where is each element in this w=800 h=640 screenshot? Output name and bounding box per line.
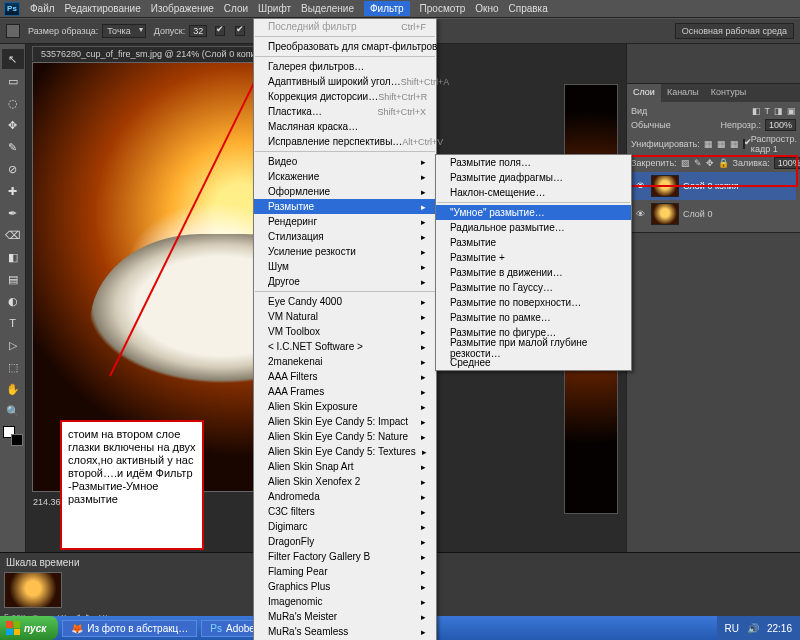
menu-item[interactable]: MuRa's Meister [254, 609, 436, 624]
layer-row[interactable]: 👁Слой 0 копия [631, 172, 796, 200]
submenu-item[interactable]: "Умное" размытие… [436, 205, 631, 220]
tray-sound-icon[interactable]: 🔊 [747, 623, 759, 634]
menu-item[interactable]: VM Natural [254, 309, 436, 324]
menu-item[interactable]: Imagenomic [254, 594, 436, 609]
menu-item[interactable]: Видео [254, 154, 436, 169]
tool-8[interactable]: ⌫ [2, 225, 24, 245]
menu-item[interactable]: Digimarc [254, 519, 436, 534]
tool-5[interactable]: ⊘ [2, 159, 24, 179]
propagate-check[interactable] [743, 139, 745, 149]
tool-16[interactable]: 🔍 [2, 401, 24, 421]
tool-9[interactable]: ◧ [2, 247, 24, 267]
menu-item[interactable]: Шум [254, 259, 436, 274]
contig-check[interactable] [235, 26, 245, 36]
menu-item[interactable]: Адаптивный широкий угол…Shift+Ctrl+A [254, 74, 436, 89]
filter-icon[interactable]: ◧ [752, 106, 761, 116]
menu-item[interactable]: Пластика…Shift+Ctrl+X [254, 104, 436, 119]
taskbar-app-browser[interactable]: 🦊Из фото в абстракц… [62, 620, 197, 637]
menu-item[interactable]: Оформление [254, 184, 436, 199]
tab-layers[interactable]: Слои [627, 84, 661, 102]
menu-help[interactable]: Справка [509, 3, 548, 14]
menu-filter[interactable]: Фильтр [364, 1, 410, 16]
color-swatches[interactable] [3, 426, 23, 446]
menu-item[interactable]: Стилизация [254, 229, 436, 244]
menu-item[interactable]: Alien Skin Xenofex 2 [254, 474, 436, 489]
menu-item[interactable]: Flaming Pear [254, 564, 436, 579]
lock-pixels-icon[interactable]: ▨ [681, 158, 690, 168]
menu-item[interactable]: Усиление резкости [254, 244, 436, 259]
aa-check[interactable] [215, 26, 225, 36]
menu-layers[interactable]: Слои [224, 3, 248, 14]
menu-item[interactable]: Alien Skin Snap Art [254, 459, 436, 474]
workspace-switcher[interactable]: Основная рабочая среда [675, 23, 794, 39]
visibility-eye-icon[interactable]: 👁 [633, 181, 647, 191]
tool-7[interactable]: ✒ [2, 203, 24, 223]
timeline-frame[interactable] [4, 572, 62, 608]
start-button[interactable]: пуск [0, 616, 58, 640]
layer-kind-dd[interactable] [651, 106, 747, 116]
filter-menu-dropdown[interactable]: Последний фильтрCtrl+FПреобразовать для … [253, 18, 437, 640]
menu-item[interactable]: Andromeda [254, 489, 436, 504]
collapsed-panels[interactable] [627, 44, 800, 84]
submenu-item[interactable]: Размытие [436, 235, 631, 250]
submenu-item[interactable]: Размытие по Гауссу… [436, 280, 631, 295]
menu-select[interactable]: Выделение [301, 3, 354, 14]
menu-item[interactable]: Рендеринг [254, 214, 436, 229]
submenu-item[interactable]: Наклон-смещение… [436, 185, 631, 200]
menu-item[interactable]: Преобразовать для смарт-фильтров [254, 39, 436, 54]
menu-item[interactable]: Галерея фильтров… [254, 59, 436, 74]
layer-row[interactable]: 👁Слой 0 [631, 200, 796, 228]
menu-window[interactable]: Окно [475, 3, 498, 14]
menu-item[interactable]: Коррекция дисторсии…Shift+Ctrl+R [254, 89, 436, 104]
menu-item[interactable]: AAA Frames [254, 384, 436, 399]
menu-item[interactable]: Исправление перспективы…Alt+Ctrl+V [254, 134, 436, 149]
tool-0[interactable]: ↖ [2, 49, 24, 69]
tool-6[interactable]: ✚ [2, 181, 24, 201]
tray-lang[interactable]: RU [725, 623, 739, 634]
tool-15[interactable]: ✋ [2, 379, 24, 399]
menu-file[interactable]: Файл [30, 3, 55, 14]
menu-item[interactable]: DragonFly [254, 534, 436, 549]
menu-item[interactable]: Filter Factory Gallery B [254, 549, 436, 564]
submenu-item[interactable]: Радиальное размытие… [436, 220, 631, 235]
menu-edit[interactable]: Редактирование [65, 3, 141, 14]
submenu-item[interactable]: Размытие диафрагмы… [436, 170, 631, 185]
menu-item[interactable]: Alien Skin Eye Candy 5: Textures [254, 444, 436, 459]
submenu-item[interactable]: Размытие по рамке… [436, 310, 631, 325]
tolerance-field[interactable]: 32 [189, 25, 207, 37]
unify-icon[interactable]: ▦ [704, 139, 713, 149]
tool-3[interactable]: ✥ [2, 115, 24, 135]
blur-submenu[interactable]: Размытие поля…Размытие диафрагмы…Наклон-… [435, 154, 632, 371]
tray-clock[interactable]: 22:16 [767, 623, 792, 634]
menu-item[interactable]: MuRa's Seamless [254, 624, 436, 639]
menu-item[interactable]: AAA Filters [254, 369, 436, 384]
menu-item[interactable]: Другое [254, 274, 436, 289]
menu-item[interactable]: Искажение [254, 169, 436, 184]
tool-preset-icon[interactable] [6, 24, 20, 38]
blend-mode-dd[interactable]: Обычные [631, 120, 717, 130]
tool-4[interactable]: ✎ [2, 137, 24, 157]
menu-image[interactable]: Изображение [151, 3, 214, 14]
sample-size-dd[interactable]: Точка [102, 24, 145, 38]
menu-item[interactable]: Alien Skin Eye Candy 5: Impact [254, 414, 436, 429]
menu-view[interactable]: Просмотр [420, 3, 466, 14]
menu-item[interactable]: Размытие [254, 199, 436, 214]
menu-item[interactable]: Alien Skin Exposure [254, 399, 436, 414]
menu-type[interactable]: Шрифт [258, 3, 291, 14]
menu-item[interactable]: < I.C.NET Software > [254, 339, 436, 354]
system-tray[interactable]: RU 🔊 22:16 [717, 616, 800, 640]
menubar[interactable]: Ps Файл Редактирование Изображение Слои … [0, 0, 800, 18]
tab-channels[interactable]: Каналы [661, 84, 705, 102]
fill-field[interactable]: 100% [774, 157, 800, 169]
tool-13[interactable]: ▷ [2, 335, 24, 355]
visibility-eye-icon[interactable]: 👁 [633, 209, 647, 219]
menu-item[interactable]: 2manekenai [254, 354, 436, 369]
tool-14[interactable]: ⬚ [2, 357, 24, 377]
submenu-item[interactable]: Размытие поля… [436, 155, 631, 170]
opacity-field[interactable]: 100% [765, 119, 796, 131]
tab-paths[interactable]: Контуры [705, 84, 752, 102]
menu-item[interactable]: Graphics Plus [254, 579, 436, 594]
menu-item[interactable]: Последний фильтрCtrl+F [254, 19, 436, 34]
tool-2[interactable]: ◌ [2, 93, 24, 113]
menu-item[interactable]: C3C filters [254, 504, 436, 519]
